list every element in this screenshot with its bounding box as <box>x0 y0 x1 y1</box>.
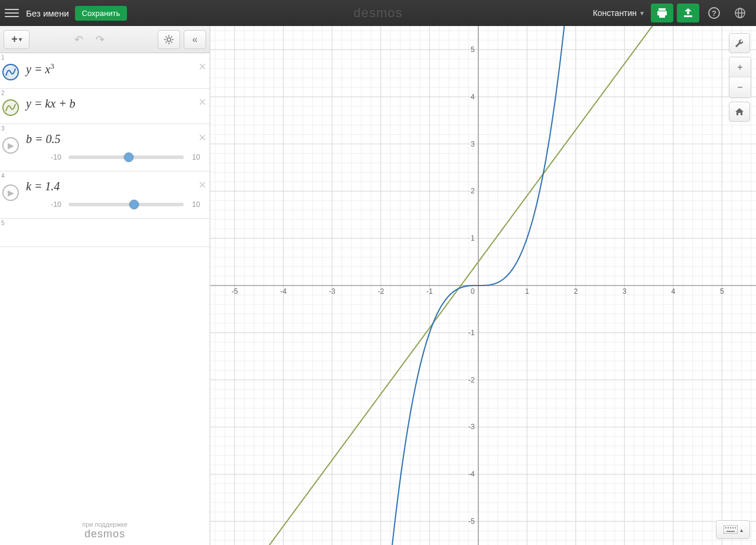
svg-text:4: 4 <box>671 287 675 296</box>
collapse-panel-button[interactable]: « <box>184 30 206 49</box>
expression-number: 1 <box>1 54 5 61</box>
delete-expression-icon[interactable]: × <box>198 95 206 110</box>
redo-button[interactable]: ↷ <box>96 33 113 46</box>
expression-text[interactable]: y = x3 <box>21 53 210 82</box>
svg-rect-164 <box>728 527 729 528</box>
svg-text:3: 3 <box>471 140 475 148</box>
chevron-down-icon: ▼ <box>639 10 645 17</box>
slider-min: -10 <box>48 200 64 209</box>
svg-text:-1: -1 <box>468 329 475 337</box>
delete-expression-icon[interactable]: × <box>198 59 206 74</box>
user-name: Константин <box>593 8 637 18</box>
svg-text:-1: -1 <box>426 287 433 296</box>
expression-panel: +▾ ↶ ↷ « 1 y = x3 ×2 y = kx + b ×3 ▶ <box>0 26 210 545</box>
play-icon[interactable]: ▶ <box>2 184 19 201</box>
svg-text:5: 5 <box>471 46 475 54</box>
graph-tools: + − <box>729 33 751 122</box>
slider-track[interactable] <box>69 155 184 159</box>
graph-title[interactable]: Без имени <box>26 8 69 18</box>
help-button[interactable]: ? <box>703 4 725 22</box>
svg-text:3: 3 <box>623 287 627 296</box>
svg-text:-3: -3 <box>468 423 475 431</box>
expression-row[interactable]: 1 y = x3 × <box>0 53 210 89</box>
svg-text:-2: -2 <box>468 376 475 384</box>
expression-number: 5 <box>1 220 5 226</box>
svg-point-5 <box>167 38 171 41</box>
svg-text:?: ? <box>712 9 716 18</box>
slider-thumb[interactable] <box>129 200 139 209</box>
svg-rect-167 <box>735 527 736 528</box>
delete-expression-icon[interactable]: × <box>198 130 206 145</box>
save-button[interactable]: Сохранить <box>75 6 128 21</box>
svg-text:0: 0 <box>471 287 475 296</box>
expression-number: 4 <box>1 173 5 179</box>
svg-text:2: 2 <box>573 287 578 296</box>
curve-toggle-icon[interactable] <box>2 99 19 116</box>
expression-list: 1 y = x3 ×2 y = kx + b ×3 ▶ b = 0.5 -10 … <box>0 53 210 516</box>
svg-text:4: 4 <box>471 93 475 101</box>
expression-number: 3 <box>1 125 5 132</box>
app-header: Без имени Сохранить desmos Константин ▼ … <box>0 0 756 26</box>
keyboard-button[interactable]: ▴ <box>716 520 750 539</box>
svg-rect-163 <box>725 527 726 528</box>
expression-number: 2 <box>1 90 5 96</box>
undo-button[interactable]: ↶ <box>74 33 92 46</box>
user-menu[interactable]: Константин ▼ <box>593 8 645 18</box>
expression-row[interactable]: 2 y = kx + b × <box>0 89 210 124</box>
svg-text:2: 2 <box>471 187 475 195</box>
footer-brand: desmos <box>5 528 205 540</box>
zoom-in-button[interactable]: + <box>729 57 751 77</box>
svg-text:-3: -3 <box>329 287 335 296</box>
add-expression-button[interactable]: +▾ <box>4 30 30 49</box>
slider-thumb[interactable] <box>124 153 133 162</box>
svg-text:-2: -2 <box>377 287 384 296</box>
slider-min: -10 <box>48 153 64 161</box>
wrench-button[interactable] <box>729 33 750 53</box>
svg-text:-5: -5 <box>468 517 475 525</box>
slider-max: 10 <box>188 153 204 161</box>
play-icon[interactable]: ▶ <box>2 137 19 154</box>
expression-toolbar: +▾ ↶ ↷ « <box>0 26 210 53</box>
zoom-out-button[interactable]: − <box>729 77 751 98</box>
slider[interactable]: -10 10 <box>21 152 210 164</box>
svg-rect-165 <box>730 527 731 528</box>
slider-max: 10 <box>188 200 204 209</box>
expression-row[interactable]: 3 ▶ b = 0.5 -10 10 × <box>0 124 210 171</box>
expression-row[interactable]: 4 ▶ k = 1.4 -10 10 × <box>0 171 210 219</box>
svg-rect-168 <box>726 531 735 532</box>
footer-support-text: при поддержке <box>5 521 205 528</box>
sidebar-footer: при поддержке desmos <box>0 516 210 545</box>
language-button[interactable] <box>729 4 751 22</box>
expression-text[interactable]: y = kx + b <box>21 89 210 116</box>
menu-icon[interactable] <box>5 6 19 20</box>
slider[interactable]: -10 10 <box>21 199 210 211</box>
slider-track[interactable] <box>69 203 184 206</box>
svg-rect-166 <box>732 527 734 528</box>
graph-canvas[interactable]: -5-4-3-2-112345-5-4-3-2-1123450 <box>210 26 756 545</box>
share-button[interactable] <box>677 4 699 22</box>
expression-text[interactable]: b = 0.5 <box>21 124 210 152</box>
svg-text:-4: -4 <box>468 470 475 478</box>
print-button[interactable] <box>651 4 673 22</box>
expression-row[interactable]: 5 <box>0 219 210 247</box>
expression-text[interactable]: k = 1.4 <box>21 171 210 199</box>
settings-button[interactable] <box>158 30 180 49</box>
brand-logo: desmos <box>353 5 402 21</box>
home-button[interactable] <box>729 102 750 122</box>
svg-text:-4: -4 <box>280 287 286 296</box>
svg-text:5: 5 <box>720 287 724 296</box>
delete-expression-icon[interactable]: × <box>198 177 206 193</box>
svg-text:1: 1 <box>471 234 475 242</box>
svg-rect-162 <box>724 525 738 534</box>
curve-toggle-icon[interactable] <box>2 64 19 80</box>
svg-text:-5: -5 <box>232 287 238 296</box>
svg-text:1: 1 <box>525 287 529 296</box>
